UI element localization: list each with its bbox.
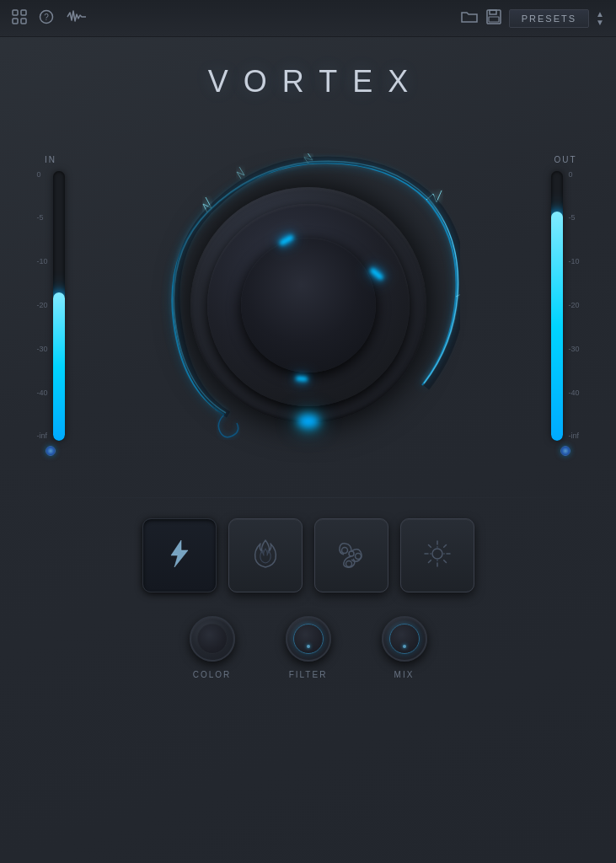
color-knob-label: COLOR [193, 670, 232, 679]
lightning-icon [166, 539, 193, 573]
resize-icon[interactable] [12, 9, 27, 28]
knob-indicator-3 [295, 376, 307, 381]
mix-knob-inner [389, 624, 420, 654]
mode-button-sun[interactable] [400, 518, 474, 592]
help-icon[interactable]: ? [39, 9, 54, 28]
svg-line-19 [443, 560, 446, 562]
color-knob[interactable] [190, 616, 235, 662]
fire-icon [252, 539, 279, 573]
knob-area [76, 153, 540, 457]
vu-in-dot [46, 446, 56, 456]
title-section: VORTEX [193, 64, 423, 99]
svg-text:?: ? [44, 13, 49, 22]
mix-knob-dot [403, 645, 406, 648]
top-bar-right: PRESETS ▲ ▼ [460, 8, 604, 29]
svg-point-12 [345, 560, 351, 566]
knob-control-filter: FILTER [286, 616, 331, 679]
svg-point-9 [349, 551, 354, 556]
svg-line-21 [428, 560, 431, 562]
vu-in-val-30: -30 [36, 346, 47, 353]
vu-out-scale: 0 -5 -10 -20 -30 -40 -inf [568, 171, 579, 441]
svg-point-22 [437, 546, 438, 548]
knob-control-mix: MIX [382, 616, 427, 679]
vu-out-val-5: -5 [568, 214, 579, 222]
vu-in-val-10: -10 [36, 258, 47, 265]
svg-rect-0 [13, 10, 18, 15]
vu-out-bar [551, 171, 563, 441]
vu-out-dot [560, 446, 570, 456]
filter-knob-dot [307, 645, 310, 648]
vu-in-scale: 0 -5 -10 -20 -30 -40 -inf [36, 171, 47, 441]
mode-button-fire[interactable] [228, 518, 303, 592]
vu-out-val-30: -30 [568, 346, 579, 353]
vu-in-val-40: -40 [36, 389, 47, 397]
knob-control-color: COLOR [190, 616, 235, 679]
mix-knob[interactable] [382, 616, 427, 662]
svg-point-23 [443, 553, 445, 555]
mode-button-biohazard[interactable] [314, 518, 388, 592]
main-knob-outer[interactable] [157, 153, 460, 457]
vu-in-bar [53, 171, 65, 441]
color-knob-inner [197, 624, 228, 654]
svg-rect-3 [21, 19, 26, 24]
knob-indicators [224, 221, 393, 389]
folder-icon[interactable] [460, 9, 479, 28]
knob-indicator-2 [369, 267, 384, 281]
filter-knob-label: FILTER [289, 670, 328, 679]
vu-out-val-0: 0 [568, 171, 579, 179]
vu-in-scale-bar: 0 -5 -10 -20 -30 -40 -inf [36, 171, 64, 441]
mode-button-lightning[interactable] [142, 518, 217, 592]
biohazard-icon [337, 539, 366, 572]
main-content: VORTEX IN 0 -5 -10 -20 -30 -40 -inf [0, 37, 616, 863]
vu-in-fill [53, 292, 65, 441]
vu-out-scale-bar: 0 -5 -10 -20 -30 -40 -inf [551, 171, 579, 441]
top-bar: ? [0, 0, 616, 37]
knob-bottom-glow [298, 415, 319, 427]
vu-out-val-20: -20 [568, 302, 579, 309]
main-knob-body[interactable] [190, 187, 426, 423]
waveform-icon[interactable] [66, 9, 88, 28]
svg-rect-2 [13, 19, 18, 24]
vu-in-label: IN [45, 155, 56, 164]
svg-point-25 [430, 553, 431, 555]
vu-out-val-40: -40 [568, 389, 579, 397]
vu-in-val-0: 0 [36, 171, 47, 179]
save-icon[interactable] [485, 8, 502, 29]
preset-arrows[interactable]: ▲ ▼ [596, 10, 604, 27]
knob-controls-section: COLOR FILTER MIX [25, 616, 591, 679]
mode-buttons-section [25, 518, 591, 592]
vu-meter-in: IN 0 -5 -10 -20 -30 -40 -inf [25, 155, 76, 456]
svg-point-13 [432, 549, 442, 559]
svg-rect-7 [490, 10, 496, 14]
filter-knob[interactable] [286, 616, 331, 662]
vu-in-val-5: -5 [36, 214, 47, 222]
svg-line-18 [428, 544, 431, 547]
sun-icon [423, 539, 452, 572]
svg-rect-8 [489, 17, 499, 22]
mix-knob-label: MIX [394, 670, 415, 679]
app-container: ? [0, 0, 616, 863]
vu-out-label: OUT [554, 155, 576, 164]
vu-out-fill [551, 212, 563, 441]
svg-point-24 [437, 560, 438, 561]
svg-rect-1 [21, 10, 26, 15]
vu-in-val-inf: -inf [36, 432, 47, 440]
knob-indicator-1 [278, 234, 294, 246]
vu-out-val-inf: -inf [568, 432, 579, 440]
separator-1 [25, 497, 591, 498]
controls-row: IN 0 -5 -10 -20 -30 -40 -inf [25, 120, 591, 490]
svg-point-10 [341, 547, 347, 553]
presets-button[interactable]: PRESETS [509, 9, 589, 28]
svg-line-20 [443, 544, 446, 547]
app-title: VORTEX [193, 64, 423, 99]
main-knob-ring [207, 204, 410, 406]
top-bar-left: ? [12, 9, 88, 28]
vu-in-val-20: -20 [36, 302, 47, 309]
svg-point-11 [355, 553, 361, 559]
vu-out-val-10: -10 [568, 258, 579, 265]
filter-knob-inner [293, 624, 324, 654]
vu-meter-out: OUT 0 -5 -10 -20 -30 -40 -inf [540, 155, 591, 456]
